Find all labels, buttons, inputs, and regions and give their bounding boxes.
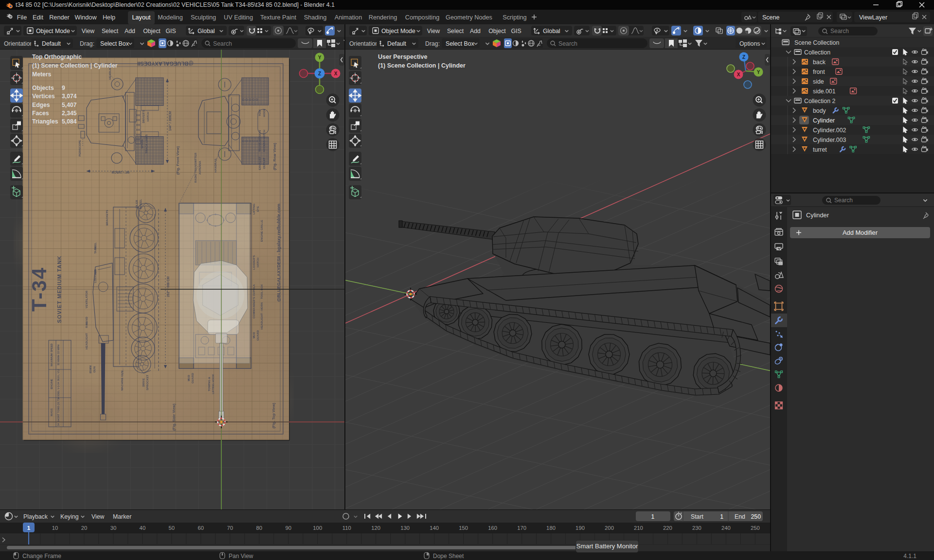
svg-text:Select: Select <box>447 28 464 35</box>
svg-text:230: 230 <box>692 525 701 531</box>
svg-text:Orientation:: Orientation: <box>349 40 380 47</box>
svg-text:170: 170 <box>517 525 526 531</box>
svg-text:Vertices: Vertices <box>32 93 55 100</box>
svg-text:Cylinder: Cylinder <box>813 117 835 124</box>
svg-text:Faces: Faces <box>32 110 49 117</box>
svg-text:Cylinder.002: Cylinder.002 <box>813 127 846 134</box>
svg-text:Meters: Meters <box>32 71 52 78</box>
svg-text:Search: Search <box>213 40 232 47</box>
svg-text:(1) Scene Collection | Cylinde: (1) Scene Collection | Cylinder <box>378 62 466 69</box>
svg-text:30: 30 <box>110 525 117 531</box>
svg-text:Rendering: Rendering <box>369 14 397 21</box>
svg-text:GIS: GIS <box>511 28 521 35</box>
svg-text:Select Box: Select Box <box>100 40 129 47</box>
svg-text:Y: Y <box>757 70 760 75</box>
svg-text:User Perspective: User Perspective <box>378 53 428 60</box>
svg-text:Edit: Edit <box>33 14 43 21</box>
svg-text:Help: Help <box>103 14 115 21</box>
svg-text:Z: Z <box>318 71 321 76</box>
svg-text:1: 1 <box>27 525 31 531</box>
svg-text:210: 210 <box>634 525 643 531</box>
svg-text:70: 70 <box>227 525 234 531</box>
svg-text:Pan View: Pan View <box>229 553 253 560</box>
svg-text:Orientation:: Orientation: <box>4 40 35 47</box>
svg-text:Global: Global <box>198 28 215 35</box>
svg-text:Object Mode: Object Mode <box>381 28 415 35</box>
svg-text:200: 200 <box>605 525 614 531</box>
svg-text:Collection 2: Collection 2 <box>804 98 835 105</box>
svg-text:Compositing: Compositing <box>405 14 440 21</box>
svg-text:File: File <box>17 14 27 21</box>
svg-text:90: 90 <box>285 525 291 531</box>
svg-text:Keying: Keying <box>60 513 79 520</box>
svg-text:turret: turret <box>813 146 827 153</box>
svg-text:back: back <box>813 59 826 66</box>
svg-text:Y: Y <box>318 55 322 60</box>
svg-text:Scene Collection: Scene Collection <box>794 39 839 46</box>
svg-text:Search: Search <box>558 40 577 47</box>
svg-text:2,345: 2,345 <box>62 110 77 117</box>
svg-text:160: 160 <box>488 525 497 531</box>
svg-text:t34 85 02 [C:\Users\Korisnik\D: t34 85 02 [C:\Users\Korisnik\Desktop\Ble… <box>16 1 335 8</box>
svg-text:Sculpting: Sculpting <box>191 14 216 21</box>
svg-text:Default: Default <box>42 40 61 47</box>
svg-text:X: X <box>334 71 338 76</box>
svg-text:3,074: 3,074 <box>62 93 77 100</box>
svg-text:Triangles: Triangles <box>32 118 58 125</box>
svg-text:Select Box: Select Box <box>446 40 475 47</box>
svg-text:20: 20 <box>81 525 88 531</box>
svg-text:Drag:: Drag: <box>80 40 94 47</box>
svg-text:Playback: Playback <box>23 513 48 520</box>
svg-text:UV Editing: UV Editing <box>224 14 253 21</box>
svg-text:Modeling: Modeling <box>158 14 183 21</box>
svg-text:Texture Paint: Texture Paint <box>260 14 297 21</box>
svg-text:80: 80 <box>256 525 263 531</box>
svg-text:Start: Start <box>691 513 704 520</box>
svg-text:5,084: 5,084 <box>62 118 77 125</box>
svg-text:(1) Scene Collection | Cylinde: (1) Scene Collection | Cylinder <box>32 62 118 69</box>
svg-text:Layout: Layout <box>132 14 151 21</box>
svg-text:X: X <box>737 72 740 77</box>
svg-text:Render: Render <box>49 14 70 21</box>
svg-text:side.001: side.001 <box>813 88 836 95</box>
svg-text:Shading: Shading <box>304 14 327 21</box>
svg-text:60: 60 <box>198 525 204 531</box>
svg-text:Default: Default <box>387 40 407 47</box>
svg-text:Z: Z <box>742 54 745 60</box>
svg-text:40: 40 <box>140 525 146 531</box>
svg-text:End: End <box>735 513 745 520</box>
svg-text:View: View <box>82 28 95 35</box>
svg-text:Global: Global <box>543 28 560 35</box>
svg-text:130: 130 <box>400 525 410 531</box>
svg-text:190: 190 <box>575 525 585 531</box>
svg-text:Select: Select <box>102 28 119 35</box>
svg-text:Add: Add <box>125 28 135 35</box>
svg-text:Top Orthographic: Top Orthographic <box>32 53 82 60</box>
svg-text:5,407: 5,407 <box>62 102 77 108</box>
svg-text:140: 140 <box>430 525 439 531</box>
svg-text:110: 110 <box>342 525 351 531</box>
svg-text:Search: Search <box>830 28 849 35</box>
svg-text:9: 9 <box>62 85 65 91</box>
svg-text:front: front <box>813 69 825 75</box>
svg-text:Drag:: Drag: <box>425 40 440 47</box>
svg-text:180: 180 <box>546 525 556 531</box>
svg-text:Object: Object <box>488 28 506 35</box>
svg-text:Object: Object <box>143 28 161 35</box>
svg-text:Change Frame: Change Frame <box>22 553 61 560</box>
svg-text:Window: Window <box>74 14 97 21</box>
svg-text:Search: Search <box>834 197 853 204</box>
svg-text:Add: Add <box>470 28 481 35</box>
svg-text:50: 50 <box>169 525 175 531</box>
svg-text:120: 120 <box>371 525 380 531</box>
svg-text:240: 240 <box>721 525 731 531</box>
svg-text:250: 250 <box>751 513 761 520</box>
svg-text:Scene: Scene <box>762 14 779 21</box>
svg-text:Dope Sheet: Dope Sheet <box>433 553 464 560</box>
svg-text:View: View <box>427 28 440 35</box>
svg-text:View: View <box>91 513 105 520</box>
svg-text:100: 100 <box>313 525 322 531</box>
svg-text:4.1.1: 4.1.1 <box>903 553 916 560</box>
svg-text:Marker: Marker <box>113 513 131 520</box>
svg-text:10: 10 <box>52 525 58 531</box>
